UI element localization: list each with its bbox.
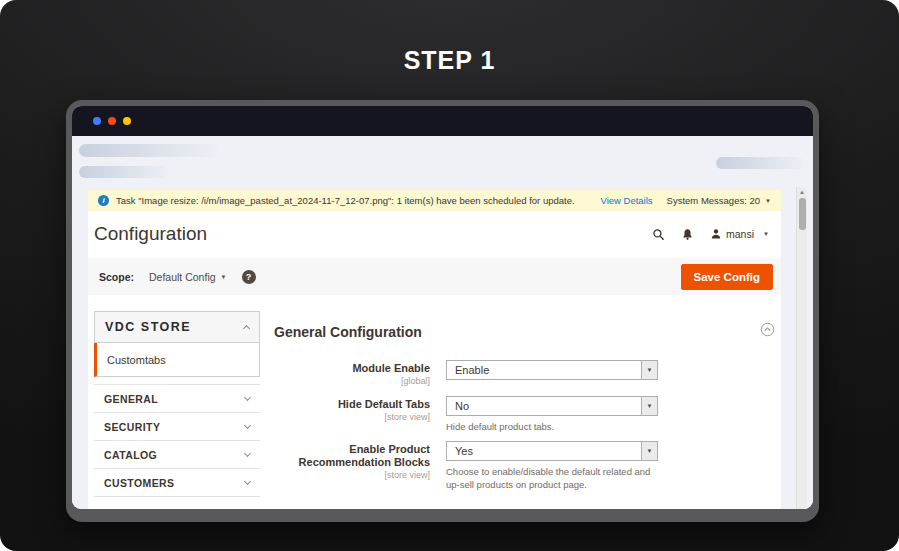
field-scope-hint: [store view] bbox=[274, 412, 430, 424]
sidebar-section-customers[interactable]: CUSTOMERS bbox=[94, 468, 260, 496]
skeleton-pill bbox=[79, 144, 218, 157]
caret-down-icon[interactable]: ▼ bbox=[221, 274, 227, 280]
field-module-enable: Module Enable [global] Enable ▼ bbox=[274, 360, 775, 387]
field-label: Hide Default Tabs [store view] bbox=[274, 396, 438, 433]
bell-icon[interactable] bbox=[681, 228, 694, 241]
skeleton-pill bbox=[79, 166, 168, 178]
step-title: STEP 1 bbox=[0, 46, 899, 75]
page-scrollbar[interactable]: ▲ bbox=[796, 187, 807, 509]
search-icon[interactable] bbox=[652, 228, 665, 241]
window-titlebar bbox=[72, 106, 813, 136]
field-label-text: Module Enable bbox=[274, 362, 430, 376]
scrollbar-up-icon[interactable]: ▲ bbox=[797, 187, 807, 197]
field-label-text: Hide Default Tabs bbox=[274, 398, 430, 412]
scrollbar-thumb[interactable] bbox=[799, 198, 806, 230]
scope-selector[interactable]: Default Config bbox=[149, 271, 216, 283]
select-value: Enable bbox=[447, 361, 641, 379]
help-icon[interactable]: ? bbox=[242, 270, 256, 284]
browser-window: i Task "Image resize: /i/m/image_pasted_… bbox=[66, 100, 819, 522]
field-input: No ▼ Hide default product tabs. bbox=[446, 396, 658, 433]
sidebar-item-customtabs[interactable]: Customtabs bbox=[94, 343, 260, 377]
browser-viewport: i Task "Image resize: /i/m/image_pasted_… bbox=[72, 106, 813, 509]
field-note: Choose to enable/disable the default rel… bbox=[446, 465, 658, 492]
select-value: No bbox=[447, 397, 641, 415]
collapse-icon[interactable] bbox=[760, 322, 775, 341]
dark-background: STEP 1 i Task "Image resize: /i/m/image_… bbox=[0, 0, 899, 551]
save-config-button[interactable]: Save Config bbox=[681, 264, 773, 290]
section-label: SECURITY bbox=[104, 421, 160, 433]
sidebar-store-tab[interactable]: VDC STORE bbox=[94, 311, 260, 343]
chevron-down-icon bbox=[244, 449, 251, 456]
content-columns: VDC STORE Customtabs GENERAL bbox=[88, 311, 781, 497]
user-icon bbox=[710, 228, 722, 240]
header-actions: mansi ▼ bbox=[652, 228, 769, 241]
product-recommendation-select[interactable]: Yes ▼ bbox=[446, 441, 658, 461]
field-note: Hide default product tabs. bbox=[446, 420, 658, 433]
window-dot-red-icon[interactable] bbox=[108, 117, 116, 125]
skeleton-pill bbox=[716, 157, 804, 169]
field-hide-default-tabs: Hide Default Tabs [store view] No ▼ Hide… bbox=[274, 396, 775, 433]
section-title: General Configuration bbox=[274, 324, 422, 340]
field-input: Yes ▼ Choose to enable/disable the defau… bbox=[446, 441, 658, 492]
section-label: GENERAL bbox=[104, 393, 158, 405]
sidebar-item-label: Customtabs bbox=[107, 354, 166, 366]
sidebar-sections: GENERAL SECURITY CATALOG bbox=[94, 384, 260, 497]
section-label: CATALOG bbox=[104, 449, 157, 461]
store-tab-label: VDC STORE bbox=[105, 320, 191, 334]
caret-down-icon[interactable]: ▼ bbox=[765, 198, 771, 204]
admin-page: i Task "Image resize: /i/m/image_pasted_… bbox=[72, 136, 813, 509]
field-label: Module Enable [global] bbox=[274, 360, 438, 387]
select-arrow-icon[interactable]: ▼ bbox=[641, 361, 657, 379]
module-enable-select[interactable]: Enable ▼ bbox=[446, 360, 658, 380]
section-label: CUSTOMERS bbox=[104, 477, 175, 489]
field-scope-hint: [global] bbox=[274, 376, 430, 388]
chevron-down-icon bbox=[244, 421, 251, 428]
chevron-down-icon bbox=[244, 393, 251, 400]
task-notification-bar: i Task "Image resize: /i/m/image_pasted_… bbox=[88, 190, 781, 211]
page-header: Configuration mansi ▼ bbox=[88, 211, 781, 245]
sidebar-section-general[interactable]: GENERAL bbox=[94, 384, 260, 412]
field-label-text: Enable Product Recommendation Blocks bbox=[274, 443, 430, 471]
user-name: mansi bbox=[726, 228, 754, 240]
field-scope-hint: [store view] bbox=[274, 470, 430, 482]
section-header: General Configuration bbox=[274, 322, 775, 341]
page-title: Configuration bbox=[94, 223, 207, 245]
window-dot-blue-icon[interactable] bbox=[93, 117, 101, 125]
hide-default-tabs-select[interactable]: No ▼ bbox=[446, 396, 658, 416]
select-arrow-icon[interactable]: ▼ bbox=[641, 397, 657, 415]
config-sidebar: VDC STORE Customtabs GENERAL bbox=[94, 311, 260, 497]
info-icon: i bbox=[98, 195, 109, 206]
field-input: Enable ▼ bbox=[446, 360, 658, 387]
configuration-card: i Task "Image resize: /i/m/image_pasted_… bbox=[88, 190, 781, 509]
sidebar-section-security[interactable]: SECURITY bbox=[94, 412, 260, 440]
select-arrow-icon[interactable]: ▼ bbox=[641, 442, 657, 460]
scope-label: Scope: bbox=[99, 271, 134, 283]
field-label: Enable Product Recommendation Blocks [st… bbox=[274, 441, 438, 492]
chevron-up-icon bbox=[243, 325, 250, 332]
select-value: Yes bbox=[447, 442, 641, 460]
chevron-down-icon bbox=[244, 477, 251, 484]
view-details-link[interactable]: View Details bbox=[600, 195, 652, 206]
user-menu[interactable]: mansi ▼ bbox=[710, 228, 769, 240]
notification-message: Task "Image resize: /i/m/image_pasted_at… bbox=[116, 195, 575, 206]
field-product-recommendation: Enable Product Recommendation Blocks [st… bbox=[274, 441, 775, 492]
window-dot-yellow-icon[interactable] bbox=[123, 117, 131, 125]
system-messages-dropdown[interactable]: System Messages: 20 bbox=[667, 195, 760, 206]
caret-down-icon: ▼ bbox=[763, 231, 769, 237]
sidebar-section-catalog[interactable]: CATALOG bbox=[94, 440, 260, 468]
general-configuration-panel: General Configuration Module Enable [glo… bbox=[260, 311, 781, 497]
scope-bar: Scope: Default Config ▼ ? Save Config bbox=[88, 258, 781, 295]
